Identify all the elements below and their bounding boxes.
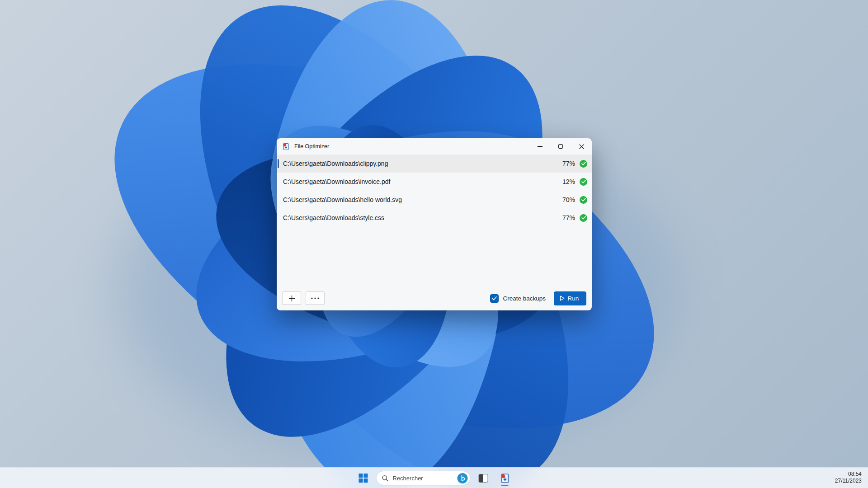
optimization-percent: 77% — [562, 160, 575, 167]
add-file-button[interactable] — [282, 291, 301, 305]
minimize-icon — [538, 146, 542, 146]
taskbar-search[interactable]: Rechercher — [376, 471, 471, 485]
taskbar-file-optimizer-button[interactable] — [496, 469, 514, 487]
selection-accent-bar — [278, 159, 279, 168]
bing-icon[interactable] — [458, 473, 468, 483]
more-options-button[interactable] — [306, 291, 325, 305]
taskbar-app-button[interactable] — [474, 469, 492, 487]
search-icon — [382, 475, 389, 482]
file-row[interactable]: C:\Users\gaeta\Downloads\clippy.png 77% — [277, 155, 592, 173]
running-app-indicator — [501, 485, 509, 486]
clock-date: 27/11/2023 — [835, 478, 862, 485]
file-optimizer-icon — [500, 473, 510, 483]
taskbar: Rechercher 08:54 27/11/2023 — [0, 467, 868, 488]
close-button[interactable] — [571, 138, 592, 155]
checkmark-icon — [492, 296, 497, 300]
clock-time: 08:54 — [835, 471, 862, 478]
file-row[interactable]: C:\Users\gaeta\Downloads\invoice.pdf 12% — [277, 173, 592, 191]
minimize-button[interactable] — [529, 138, 550, 155]
more-options-icon — [311, 297, 319, 299]
window-footer: Create backups Run — [277, 286, 592, 310]
maximize-button[interactable] — [550, 138, 571, 155]
taskbar-clock[interactable]: 08:54 27/11/2023 — [835, 471, 862, 485]
add-file-icon — [288, 295, 295, 302]
create-backups-label: Create backups — [503, 295, 546, 302]
app-window-icon — [478, 473, 488, 483]
file-path: C:\Users\gaeta\Downloads\hello world.svg — [283, 196, 562, 203]
success-check-icon — [580, 160, 587, 168]
success-check-icon — [580, 178, 587, 186]
file-path: C:\Users\gaeta\Downloads\style.css — [283, 214, 562, 221]
success-check-icon — [580, 214, 587, 222]
file-optimizer-icon — [282, 143, 290, 150]
window-title: File Optimizer — [294, 143, 329, 150]
optimization-percent: 70% — [562, 196, 575, 203]
create-backups-checkbox[interactable] — [490, 294, 499, 303]
maximize-icon — [558, 144, 563, 149]
optimization-percent: 77% — [562, 214, 575, 221]
close-icon — [579, 144, 584, 149]
start-icon — [359, 474, 368, 483]
caption-buttons — [529, 138, 592, 155]
run-label: Run — [568, 295, 579, 302]
success-check-icon — [580, 196, 587, 204]
optimization-percent: 12% — [562, 178, 575, 185]
file-optimizer-window: File Optimizer C:\Users\gaeta\Downloads\… — [277, 138, 592, 310]
file-path: C:\Users\gaeta\Downloads\clippy.png — [283, 160, 562, 167]
window-titlebar[interactable]: File Optimizer — [277, 138, 592, 155]
file-row[interactable]: C:\Users\gaeta\Downloads\hello world.svg… — [277, 191, 592, 209]
start-button[interactable] — [354, 469, 373, 487]
play-icon — [560, 296, 565, 301]
file-row[interactable]: C:\Users\gaeta\Downloads\style.css 77% — [277, 209, 592, 227]
taskbar-center-group: Rechercher — [354, 468, 514, 488]
file-list: C:\Users\gaeta\Downloads\clippy.png 77% … — [277, 155, 592, 286]
run-button[interactable]: Run — [554, 291, 586, 305]
create-backups-option[interactable]: Create backups — [490, 294, 546, 303]
file-path: C:\Users\gaeta\Downloads\invoice.pdf — [283, 178, 562, 185]
search-placeholder: Rechercher — [393, 475, 453, 482]
